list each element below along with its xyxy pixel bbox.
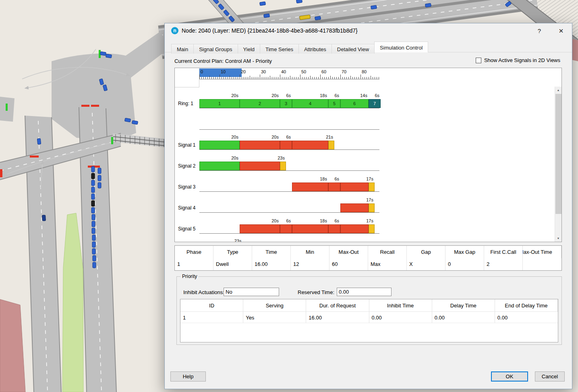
ruler-baseline <box>199 79 379 79</box>
phase-table-header-cell: Time <box>252 246 291 258</box>
segment-duration-label: 6s <box>350 93 379 98</box>
ruler-tick <box>250 76 250 79</box>
phase-segment[interactable]: 1 <box>199 99 240 108</box>
tab-main[interactable]: Main <box>171 44 194 54</box>
segment-duration-label: 17s <box>344 218 373 223</box>
priority-table-cell[interactable]: 1 <box>180 312 243 323</box>
phase-table-cell[interactable]: 0 <box>445 258 484 270</box>
tab-detailed-view[interactable]: Detailed View <box>331 44 375 54</box>
dialog-tabs: MainSignal GroupsYieldTime SeriesAttribu… <box>165 41 572 52</box>
phase-table-header-cell: Max Gap <box>445 246 484 258</box>
phase-segment[interactable] <box>240 162 280 170</box>
phase-segment[interactable] <box>369 224 375 233</box>
scrollbar-thumb[interactable] <box>555 94 561 214</box>
tab-attributes[interactable]: Attributes <box>298 44 332 54</box>
segment-duration-label: 6s <box>262 135 291 139</box>
ruler-tick-label: 0 <box>201 69 203 74</box>
phase-segment[interactable] <box>292 141 328 149</box>
phase-segment[interactable] <box>369 183 375 191</box>
priority-table-cell[interactable]: 0.00 <box>369 312 432 323</box>
app-icon: n <box>171 27 178 34</box>
phase-segment[interactable] <box>328 141 334 149</box>
ruler-tick-label: 40 <box>281 69 286 74</box>
priority-table-header-cell: ID <box>180 299 243 312</box>
tab-simulation-control[interactable]: Simulation Control <box>374 41 428 52</box>
priority-table-cell[interactable]: 0.00 <box>432 312 495 323</box>
phase-segment[interactable] <box>340 224 369 233</box>
priority-table-cell[interactable]: Yes <box>243 312 306 323</box>
ruler-tick <box>230 76 230 79</box>
tab-time-series[interactable]: Time Series <box>260 44 299 54</box>
phase-segment[interactable] <box>328 183 340 191</box>
show-active-signals-row: Show Active Signals in 2D Views <box>476 57 560 63</box>
phase-segment[interactable]: 2 <box>240 99 280 108</box>
phase-segment[interactable] <box>280 162 286 170</box>
priority-table-cell[interactable]: 16.00 <box>306 312 369 323</box>
ruler-tick <box>310 76 311 79</box>
phase-table-cell[interactable]: 60 <box>329 258 368 270</box>
phase-segment[interactable] <box>340 203 369 212</box>
ruler-tick <box>360 75 361 79</box>
phase-table-cell[interactable]: 1 <box>175 258 213 270</box>
tab-signal-groups[interactable]: Signal Groups <box>193 44 238 54</box>
phase-segment[interactable] <box>292 183 328 191</box>
phase-segment[interactable] <box>280 141 292 149</box>
phase-segment[interactable]: 6 <box>340 99 369 108</box>
segment-duration-label: 17s <box>344 197 373 202</box>
inhibit-actuations-field[interactable] <box>224 288 279 296</box>
segment-duration-label: 6s <box>310 218 339 223</box>
timeline-row-label: Signal 1 <box>178 142 199 148</box>
phase-table-cell[interactable]: 16.00 <box>252 258 291 270</box>
segment-duration-label: 23s <box>213 239 242 242</box>
priority-table-cell[interactable]: 0.00 <box>495 312 558 323</box>
phase-table: PhaseTypeTimeMinMax-OutRecallGapMax GapF… <box>174 245 562 271</box>
phase-segment[interactable]: 3 <box>280 99 292 108</box>
row-baseline <box>199 108 379 108</box>
scroll-up-button[interactable]: ▲ <box>555 87 561 93</box>
phase-segment[interactable] <box>240 141 280 149</box>
segment-duration-label: 6s <box>310 93 339 98</box>
phase-segment[interactable] <box>280 224 292 233</box>
phase-segment[interactable] <box>199 141 240 149</box>
ruler-tick <box>320 75 321 79</box>
ok-button[interactable]: OK <box>491 371 528 382</box>
timeline-vertical-scrollbar[interactable]: ▲ ▼ <box>555 87 561 242</box>
segment-duration-label: 6s <box>262 218 291 223</box>
phase-segment[interactable]: 7 <box>369 99 381 108</box>
phase-segment[interactable] <box>240 224 280 233</box>
tab-yield[interactable]: Yield <box>238 44 260 54</box>
phase-table-cell[interactable]: 2 <box>484 258 523 270</box>
priority-table-header-cell: Delay Time <box>432 299 495 312</box>
scroll-down-button[interactable]: ▼ <box>555 235 561 242</box>
signal-timing-timeline: 01020304050607080Ring: 1120s220s36s418s5… <box>174 68 562 242</box>
phase-segment[interactable] <box>292 224 328 233</box>
ruler-tick <box>280 75 280 79</box>
segment-duration-label: 6s <box>262 93 291 98</box>
segment-duration-label: 21s <box>304 135 333 139</box>
phase-segment[interactable]: 4 <box>292 99 328 108</box>
show-active-signals-checkbox[interactable] <box>476 58 481 63</box>
dialog-help-button[interactable]: ? <box>533 26 545 36</box>
phase-segment[interactable] <box>328 224 340 233</box>
inhibit-actuations-label: Inhibit Actuations: <box>183 289 224 295</box>
row-baseline <box>199 129 379 130</box>
phase-segment[interactable] <box>340 183 369 191</box>
phase-segment[interactable] <box>199 162 240 170</box>
phase-segment[interactable]: 5 <box>328 99 340 108</box>
ruler-tick-label: 60 <box>321 69 326 74</box>
timeline-row-label: Signal 4 <box>178 205 199 211</box>
reserved-time-field[interactable] <box>337 288 392 296</box>
phase-table-cell[interactable]: Max <box>368 258 407 270</box>
phase-table-cell[interactable] <box>523 258 561 270</box>
help-button[interactable]: Help <box>170 371 206 382</box>
phase-table-cell[interactable]: X <box>407 258 445 270</box>
ruler-tick <box>260 75 260 79</box>
dialog-titlebar[interactable]: n Node: 2040 (Layer: MED) {21bea244-18b8… <box>165 23 572 39</box>
phase-table-header-cell: First C.Call <box>484 246 523 258</box>
phase-segment[interactable] <box>369 203 375 212</box>
phase-table-cell[interactable]: 12 <box>291 258 329 270</box>
ruler-tick-label: 10 <box>221 69 226 74</box>
dialog-close-button[interactable]: ✕ <box>555 26 567 36</box>
cancel-button[interactable]: Cancel <box>535 371 565 382</box>
phase-table-cell[interactable]: Dwell <box>213 258 252 270</box>
